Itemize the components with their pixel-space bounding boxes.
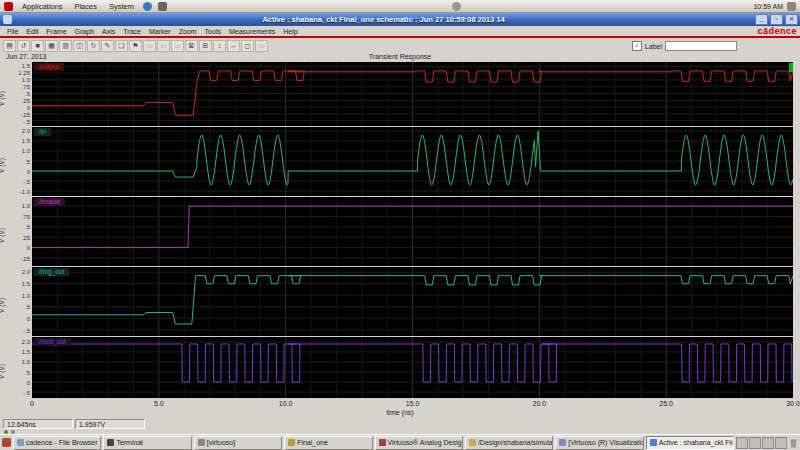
- taskbar-item-2[interactable]: [virtuoso]: [194, 436, 282, 450]
- workspace-4[interactable]: [775, 437, 787, 449]
- single-view-icon[interactable]: ▦: [45, 40, 58, 52]
- taskbar-item-6[interactable]: [Virtuoso (R) Visualization...: [555, 436, 643, 450]
- menu-item-help[interactable]: Help: [279, 28, 301, 35]
- taskbar-item-label: [virtuoso]: [207, 439, 235, 446]
- zoom-y-icon[interactable]: ↕: [213, 40, 226, 52]
- workspace-2[interactable]: [749, 437, 761, 449]
- waveform-graph-area: V (V)1.51.251.0.75.5.250-.25-.5/outputV …: [0, 62, 800, 399]
- y-tick-label: .75: [4, 214, 30, 220]
- close-button[interactable]: ✕: [785, 14, 798, 25]
- marker-icon[interactable]: ⚑: [129, 40, 142, 52]
- taskbar-item-1[interactable]: Terminal: [103, 436, 191, 450]
- zoom-xy-icon[interactable]: ⊞: [199, 40, 212, 52]
- y-tick-label: .5: [4, 224, 30, 230]
- signal-label-enable[interactable]: /enable: [34, 198, 65, 206]
- folder-icon: [469, 439, 476, 446]
- delete-icon[interactable]: ⊠: [185, 40, 198, 52]
- waveform-strip-output: V (V)1.51.251.0.75.5.250-.25-.5/output: [0, 62, 800, 127]
- copy-icon[interactable]: ▭: [157, 40, 170, 52]
- taskbar-item-0[interactable]: cadence - File Browser: [13, 436, 101, 450]
- panel-menu-places[interactable]: Places: [71, 2, 100, 11]
- taskbar-item-5[interactable]: /Design/shabana/simulati...: [465, 436, 553, 450]
- menu-item-tools[interactable]: Tools: [201, 28, 225, 35]
- zoom-x-icon[interactable]: ↔: [227, 40, 240, 52]
- panel-menu-applications[interactable]: Applications: [19, 2, 65, 11]
- print-icon[interactable]: ▤: [3, 40, 16, 52]
- desktop-top-panel: Applications Places System 10:59 AM: [0, 0, 800, 13]
- graph-header: Jun 27, 2013 Transient Response: [0, 52, 800, 62]
- y-tick-label: .5: [4, 304, 30, 310]
- refresh-icon[interactable]: ↻: [87, 40, 100, 52]
- taskbar-item-3[interactable]: Final_one: [284, 436, 372, 450]
- menu-item-edit[interactable]: Edit: [22, 28, 42, 35]
- workspace-1[interactable]: [736, 437, 748, 449]
- cursor-time-field: 12.645ns: [3, 419, 73, 429]
- plot-canvas-0[interactable]: /output: [32, 62, 793, 126]
- prev-zoom-icon[interactable]: ▭: [255, 40, 268, 52]
- workspace-switcher[interactable]: [736, 437, 787, 449]
- label-input[interactable]: [665, 41, 737, 51]
- panel-clock[interactable]: 10:59 AM: [753, 3, 783, 10]
- plot-canvas-2[interactable]: /enable: [32, 197, 793, 266]
- waveform-strip-mod_out: V (V)2.01.51.0.50-.5/mod_out: [0, 337, 800, 399]
- annotate-icon[interactable]: ✎: [101, 40, 114, 52]
- workspace-3[interactable]: [762, 437, 774, 449]
- signal-label-in[interactable]: /in: [34, 128, 51, 136]
- taskbar-item-label: cadence - File Browser: [26, 439, 98, 446]
- plot-canvas-1[interactable]: /in: [32, 127, 793, 196]
- show-desktop-icon[interactable]: [2, 438, 11, 447]
- paste-icon[interactable]: ▭: [171, 40, 184, 52]
- menu-item-marker[interactable]: Marker: [145, 28, 175, 35]
- y-tick-label: 1.0: [4, 203, 30, 209]
- menu-item-graph[interactable]: Graph: [71, 28, 98, 35]
- taskbar-item-7[interactable]: Active : shabana_ckt Final...: [646, 436, 734, 450]
- y-tick-label: .5: [4, 370, 30, 376]
- menu-item-axis[interactable]: Axis: [98, 28, 119, 35]
- label-checkbox[interactable]: ✓: [632, 41, 642, 51]
- note-icon[interactable]: ❏: [115, 40, 128, 52]
- export-icon[interactable]: ↺: [17, 40, 30, 52]
- minimize-button[interactable]: _: [755, 14, 768, 25]
- y-axis-0: V (V)1.51.251.0.75.5.250-.25-.5: [0, 62, 32, 127]
- menu-item-measurements[interactable]: Measurements: [225, 28, 279, 35]
- y-tick-label: -.25: [4, 112, 30, 118]
- gear-icon[interactable]: [452, 2, 461, 11]
- plot-canvas-3[interactable]: /ring_out: [32, 267, 793, 336]
- table-icon[interactable]: ◫: [73, 40, 86, 52]
- menu-item-zoom[interactable]: Zoom: [175, 28, 201, 35]
- fit-icon[interactable]: ◻: [241, 40, 254, 52]
- window-statusbar: 12.645ns 1.9597V: [0, 418, 800, 430]
- signal-label-mod_out[interactable]: /mod_out: [34, 338, 71, 346]
- window-menu-icon[interactable]: [3, 15, 12, 24]
- y-tick-label: 1.0: [4, 293, 30, 299]
- speaker-icon[interactable]: [787, 2, 796, 11]
- signal-label-ring_out[interactable]: /ring_out: [34, 268, 69, 276]
- taskbar-item-4[interactable]: Virtuoso® Analog Design...: [375, 436, 463, 450]
- plot-canvas-4[interactable]: /mod_out: [32, 337, 793, 398]
- y-tick-label: .25: [4, 235, 30, 241]
- active-graph-icon[interactable]: ■: [31, 40, 44, 52]
- split-view-icon[interactable]: ▥: [59, 40, 72, 52]
- active-strip-indicator: [789, 63, 793, 72]
- taskbar-item-label: Final_one: [297, 439, 328, 446]
- maximize-button[interactable]: ▫: [770, 14, 783, 25]
- y-tick-label: -.5: [4, 179, 30, 185]
- taskbar-item-label: /Design/shabana/simulati...: [478, 439, 553, 446]
- y-tick-label: -.5: [4, 119, 30, 125]
- window-titlebar[interactable]: Active : shabana_ckt Final_one schematic…: [0, 13, 800, 26]
- menu-item-frame[interactable]: Frame: [42, 28, 70, 35]
- trash-icon[interactable]: [789, 438, 798, 448]
- folder-icon: [17, 439, 24, 446]
- terminal-launcher-icon[interactable]: [158, 2, 167, 11]
- distro-logo-icon[interactable]: [4, 2, 13, 11]
- x-tick-label: 15.0: [406, 400, 420, 407]
- browser-launcher-icon[interactable]: [143, 2, 152, 11]
- cut-icon[interactable]: ▭: [143, 40, 156, 52]
- signal-label-output[interactable]: /output: [34, 63, 64, 71]
- y-tick-label: 0: [4, 380, 30, 386]
- waveform-strip-in: V (V)2.01.51.0.50-.5-1.0/in: [0, 127, 800, 197]
- menu-item-file[interactable]: File: [3, 28, 22, 35]
- y-tick-label: -1.0: [4, 189, 30, 195]
- menu-item-trace[interactable]: Trace: [119, 28, 145, 35]
- panel-menu-system[interactable]: System: [106, 2, 137, 11]
